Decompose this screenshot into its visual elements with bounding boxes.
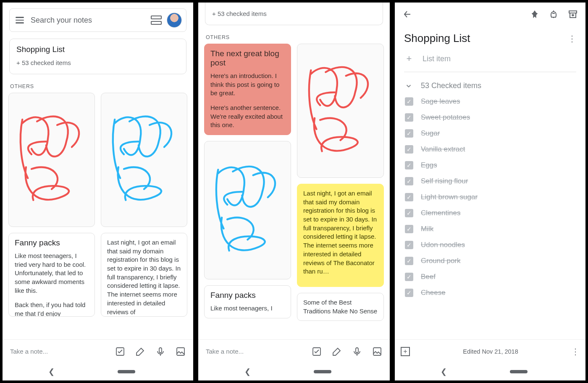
- add-list-item[interactable]: + List item: [395, 47, 585, 70]
- checkbox-checked-icon[interactable]: ✓: [405, 161, 413, 169]
- checked-item[interactable]: ✓Sugar: [405, 125, 575, 141]
- note-title[interactable]: Shopping List: [404, 32, 568, 45]
- note-title: Fanny packs: [15, 238, 89, 248]
- nav-back-icon[interactable]: ❮: [441, 367, 447, 376]
- brush-icon[interactable]: [332, 347, 342, 357]
- checked-item[interactable]: ✓Milk: [405, 221, 575, 237]
- note-fanny-packs[interactable]: Fanny packs Like most teenagers, I: [204, 285, 291, 318]
- pinned-note-shopping-list[interactable]: + 53 checked items: [205, 3, 383, 25]
- checkbox-icon[interactable]: [312, 347, 322, 357]
- add-box-icon[interactable]: +: [401, 347, 410, 356]
- mic-icon[interactable]: [155, 347, 165, 357]
- checked-item[interactable]: ✓Light brown sugar: [405, 189, 575, 205]
- pinned-subtitle: + 53 checked items: [16, 59, 179, 66]
- checked-item[interactable]: ✓Sage leaves: [405, 94, 575, 109]
- mic-icon[interactable]: [352, 347, 362, 357]
- checked-item-label: Self rising flour: [421, 177, 468, 185]
- note-traditions[interactable]: Some of the Best Traditions Make No Sens…: [297, 293, 384, 321]
- nav-back-icon[interactable]: ❮: [48, 367, 55, 376]
- checked-item-label: Vanilla extract: [421, 145, 465, 154]
- svg-rect-6: [569, 11, 577, 13]
- image-icon[interactable]: [176, 347, 186, 357]
- nav-home-pill[interactable]: [118, 370, 135, 373]
- section-label-others: OTHERS: [206, 34, 382, 40]
- note-title: The next great blog post: [210, 49, 285, 68]
- checkbox-checked-icon[interactable]: ✓: [405, 193, 413, 201]
- svg-rect-2: [177, 348, 184, 355]
- checked-items-label: 53 Checked items: [421, 81, 481, 90]
- brush-icon[interactable]: [135, 347, 145, 357]
- note-drawing-blue[interactable]: [204, 141, 291, 279]
- note-fanny-packs[interactable]: Fanny packs Like most teenagers, I tried…: [8, 233, 95, 317]
- checked-item[interactable]: ✓Ground pork: [405, 253, 575, 269]
- back-icon[interactable]: [402, 9, 412, 19]
- menu-icon[interactable]: [14, 15, 26, 25]
- checked-item-label: Sweet potatoes: [421, 113, 470, 122]
- take-note-input[interactable]: Take a note...: [10, 348, 105, 355]
- checkbox-checked-icon[interactable]: ✓: [405, 289, 413, 297]
- checked-item-label: Clementines: [421, 209, 461, 217]
- more-icon[interactable]: ⋮: [571, 347, 580, 357]
- checked-item[interactable]: ✓Cheese: [405, 285, 575, 301]
- checked-item[interactable]: ✓Udon noodles: [405, 237, 575, 253]
- svg-rect-1: [159, 348, 162, 353]
- pin-icon[interactable]: [530, 10, 539, 19]
- note-domain-text[interactable]: Last night, I got an email that said my …: [101, 233, 187, 317]
- checkbox-checked-icon[interactable]: ✓: [405, 241, 413, 249]
- nav-home-pill[interactable]: [510, 370, 528, 373]
- checkbox-checked-icon[interactable]: ✓: [405, 209, 413, 217]
- checked-item[interactable]: ✓Clementines: [405, 205, 575, 221]
- plus-icon: +: [405, 53, 413, 64]
- image-icon[interactable]: [372, 347, 382, 357]
- nav-home-pill[interactable]: [314, 370, 331, 373]
- checked-item-label: Sage leaves: [421, 97, 460, 106]
- checked-item-label: Light brown sugar: [421, 193, 478, 201]
- svg-rect-4: [356, 348, 358, 353]
- pinned-subtitle: + 53 checked items: [212, 10, 376, 17]
- checkbox-checked-icon[interactable]: ✓: [405, 97, 413, 106]
- checked-item-label: Eggs: [421, 161, 437, 169]
- archive-icon[interactable]: [568, 9, 578, 19]
- reminder-icon[interactable]: [549, 9, 559, 19]
- checkbox-checked-icon[interactable]: ✓: [405, 257, 413, 265]
- take-note-input[interactable]: Take a note...: [206, 348, 302, 355]
- bottom-toolbar: Take a note...: [198, 339, 390, 363]
- note-drawing-blue[interactable]: [101, 93, 187, 227]
- more-icon[interactable]: ⋮: [568, 34, 576, 44]
- avatar[interactable]: [167, 13, 182, 28]
- checked-item-label: Milk: [421, 225, 433, 233]
- checked-item[interactable]: ✓Beef: [405, 269, 575, 285]
- divider: [404, 72, 576, 72]
- checked-item[interactable]: ✓Eggs: [405, 157, 575, 173]
- nav-back-icon[interactable]: ❮: [244, 367, 251, 376]
- chevron-down-icon: [405, 82, 412, 90]
- checked-item[interactable]: ✓Sweet potatoes: [405, 109, 575, 125]
- note-drawing-red[interactable]: [8, 93, 95, 227]
- checkbox-checked-icon[interactable]: ✓: [405, 113, 413, 122]
- checkbox-checked-icon[interactable]: ✓: [405, 273, 413, 281]
- add-item-placeholder: List item: [423, 55, 451, 63]
- note-title: Fanny packs: [210, 291, 285, 300]
- search-bar[interactable]: Search your notes: [9, 8, 186, 32]
- checkbox-checked-icon[interactable]: ✓: [405, 225, 413, 233]
- checkbox-checked-icon[interactable]: ✓: [405, 145, 413, 154]
- note-domain-text[interactable]: Last night, I got an email that said my …: [297, 184, 384, 287]
- note-drawing-red[interactable]: [297, 44, 384, 178]
- checkbox-checked-icon[interactable]: ✓: [405, 129, 413, 138]
- checked-item[interactable]: ✓Vanilla extract: [405, 141, 575, 157]
- note-blog-post[interactable]: The next great blog post Here's an intro…: [204, 44, 291, 135]
- note-body: Last night, I got an email that said my …: [303, 189, 378, 276]
- checked-item-label: Beef: [421, 273, 436, 281]
- pinned-note-shopping-list[interactable]: Shopping List + 53 checked items: [9, 39, 186, 74]
- checkbox-icon[interactable]: [115, 347, 125, 357]
- view-toggle-icon[interactable]: [151, 16, 162, 25]
- note-body: Like most teenagers, I: [210, 304, 285, 313]
- checked-item-label: Sugar: [421, 129, 440, 138]
- bottom-toolbar: Take a note...: [3, 339, 193, 363]
- note-body: Last night, I got an email that said my …: [107, 238, 181, 316]
- system-nav-bar: ❮: [395, 363, 585, 380]
- checked-items-toggle[interactable]: 53 Checked items: [395, 74, 585, 94]
- checkbox-checked-icon[interactable]: ✓: [405, 177, 413, 185]
- checked-item[interactable]: ✓Self rising flour: [405, 173, 575, 189]
- search-input[interactable]: Search your notes: [31, 16, 151, 25]
